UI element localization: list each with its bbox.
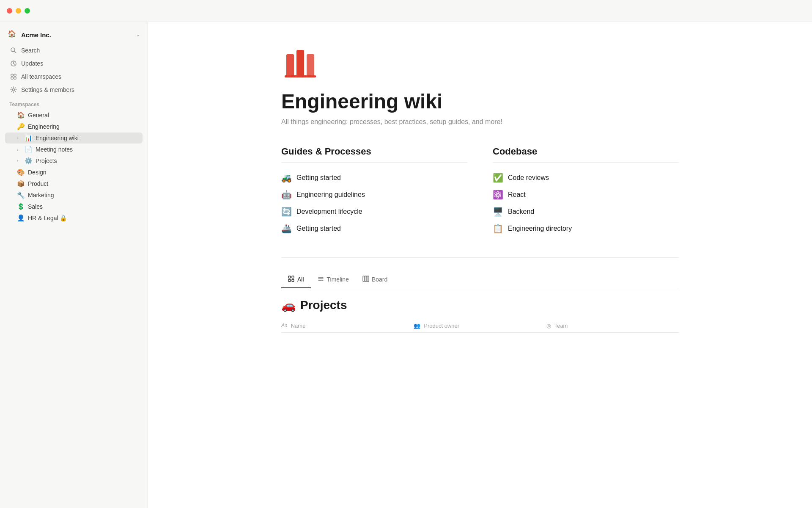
codebase-link-0[interactable]: ✅ Code reviews	[493, 169, 679, 186]
sidebar-item-updates[interactable]: Updates	[5, 57, 143, 70]
page-content: Engineering wiki All things engineering:…	[247, 22, 713, 368]
codebase-link-2[interactable]: 🖥️ Backend	[493, 203, 679, 220]
sidebar-item-sales[interactable]: 💲 Sales	[5, 201, 143, 212]
sidebar-item-engineering-label: Engineering	[28, 123, 138, 130]
search-icon	[9, 46, 18, 55]
marketing-icon: 🔧	[17, 191, 25, 199]
sidebar-item-projects[interactable]: › ⚙️ Projects	[5, 155, 143, 166]
guides-link-1[interactable]: 🤖 Engineering guidelines	[281, 186, 467, 203]
hr-legal-icon: 👤	[17, 214, 25, 222]
minimize-button[interactable]	[16, 8, 21, 14]
sidebar-item-engineering-wiki[interactable]: › 📊 Engineering wiki	[5, 133, 143, 144]
teamspaces-label: Teamspaces	[3, 97, 144, 109]
tab-all-label: All	[297, 276, 304, 283]
guides-link-3[interactable]: 🚢 Getting started	[281, 220, 467, 237]
col-product-owner-icon: 👥	[414, 323, 420, 329]
col-name-icon: Aa	[281, 323, 288, 329]
codebase-link-3-label: Engineering directory	[508, 225, 572, 232]
tab-board[interactable]: Board	[356, 271, 394, 288]
svg-rect-21	[292, 279, 294, 282]
engineering-guidelines-icon: 🤖	[281, 190, 292, 200]
sidebar-item-meeting-notes[interactable]: › 📄 Meeting notes	[5, 144, 143, 155]
col-team-icon: ◎	[546, 323, 551, 329]
chevron-right-icon: ›	[17, 147, 25, 152]
sidebar-item-sales-label: Sales	[28, 203, 138, 210]
tab-board-label: Board	[372, 276, 387, 283]
svg-rect-20	[288, 279, 291, 282]
guides-title: Guides & Processes	[281, 146, 467, 163]
svg-rect-3	[11, 74, 13, 76]
tab-timeline[interactable]: Timeline	[311, 271, 356, 288]
codebase-link-1-label: React	[508, 191, 526, 199]
sidebar-item-marketing[interactable]: 🔧 Marketing	[5, 190, 143, 201]
codebase-link-3[interactable]: 📋 Engineering directory	[493, 220, 679, 237]
react-icon: ⚛️	[493, 190, 504, 200]
workspace-header[interactable]: 🏠 Acme Inc. ⌄	[3, 27, 144, 42]
wiki-icon: 📊	[25, 134, 33, 142]
sidebar-item-hr-legal[interactable]: 👤 HR & Legal 🔒	[5, 213, 143, 224]
workspace-chevron-icon: ⌄	[136, 32, 140, 38]
design-icon: 🎨	[17, 168, 25, 176]
maximize-button[interactable]	[25, 8, 30, 14]
svg-line-1	[14, 51, 16, 53]
sidebar-item-general-label: General	[28, 112, 138, 119]
meeting-notes-icon: 📄	[25, 146, 33, 153]
sidebar-item-search[interactable]: Search	[5, 44, 143, 57]
chevron-right-icon: ›	[17, 135, 25, 141]
divider	[281, 257, 679, 258]
sidebar-item-all-teamspaces-label: All teamspaces	[21, 73, 61, 80]
projects-header-icon: 🚗	[281, 298, 296, 312]
sidebar-item-meeting-notes-label: Meeting notes	[36, 146, 138, 153]
grid-icon	[9, 72, 18, 81]
codebase-section: Codebase ✅ Code reviews ⚛️ React 🖥️ Back…	[493, 146, 679, 237]
traffic-lights	[7, 8, 30, 14]
board-tab-icon	[362, 276, 369, 283]
svg-rect-14	[286, 54, 294, 76]
codebase-link-0-label: Code reviews	[508, 174, 549, 182]
projects-section: 🚗 Projects Aa Name 👥 Product owner ◎ Tea…	[281, 298, 679, 333]
sidebar-item-marketing-label: Marketing	[28, 192, 138, 199]
workspace-name: Acme Inc.	[21, 31, 136, 39]
col-header-team: ◎ Team	[546, 323, 679, 329]
sidebar-item-product[interactable]: 📦 Product	[5, 178, 143, 189]
table-header: Aa Name 👥 Product owner ◎ Team	[281, 319, 679, 333]
engineering-icon: 🔑	[17, 123, 25, 130]
projects-header-label: Projects	[300, 298, 347, 312]
tab-all[interactable]: All	[281, 271, 311, 288]
sidebar-item-settings[interactable]: Settings & members	[5, 83, 143, 96]
sidebar-item-engineering[interactable]: 🔑 Engineering	[5, 121, 143, 132]
guides-link-3-label: Getting started	[296, 225, 341, 232]
svg-rect-26	[365, 276, 367, 282]
backend-icon: 🖥️	[493, 207, 504, 217]
guides-link-2-label: Development lifecycle	[296, 208, 362, 215]
timeline-tab-icon	[318, 276, 324, 283]
codebase-title: Codebase	[493, 146, 679, 163]
getting-started-icon-2: 🚢	[281, 224, 292, 234]
gear-icon	[9, 86, 18, 94]
sidebar-item-design[interactable]: 🎨 Design	[5, 167, 143, 178]
svg-rect-19	[292, 276, 294, 278]
svg-rect-17	[285, 75, 316, 77]
col-header-name: Aa Name	[281, 323, 414, 329]
content-grid: Guides & Processes 🚜 Getting started 🤖 E…	[281, 146, 679, 237]
tabs-container: All Timeline	[281, 271, 679, 288]
codebase-link-1[interactable]: ⚛️ React	[493, 186, 679, 203]
svg-rect-27	[367, 276, 369, 282]
col-header-product-owner: 👥 Product owner	[414, 323, 546, 329]
sidebar-item-product-label: Product	[28, 180, 138, 187]
guides-link-0[interactable]: 🚜 Getting started	[281, 169, 467, 186]
getting-started-icon-1: 🚜	[281, 173, 292, 183]
projects-header: 🚗 Projects	[281, 298, 679, 312]
sidebar-item-settings-label: Settings & members	[21, 86, 74, 93]
svg-rect-25	[363, 276, 365, 282]
close-button[interactable]	[7, 8, 12, 14]
page-title: Engineering wiki	[281, 91, 679, 113]
svg-rect-5	[11, 77, 13, 79]
sidebar-item-general[interactable]: 🏠 General	[5, 110, 143, 121]
clock-icon	[9, 59, 18, 68]
sidebar-item-design-label: Design	[28, 169, 138, 176]
workspace-icon: 🏠	[8, 30, 18, 40]
guides-link-2[interactable]: 🔄 Development lifecycle	[281, 203, 467, 220]
sidebar-item-all-teamspaces[interactable]: All teamspaces	[5, 70, 143, 83]
sidebar: 🏠 Acme Inc. ⌄ Search Updates	[0, 0, 148, 508]
